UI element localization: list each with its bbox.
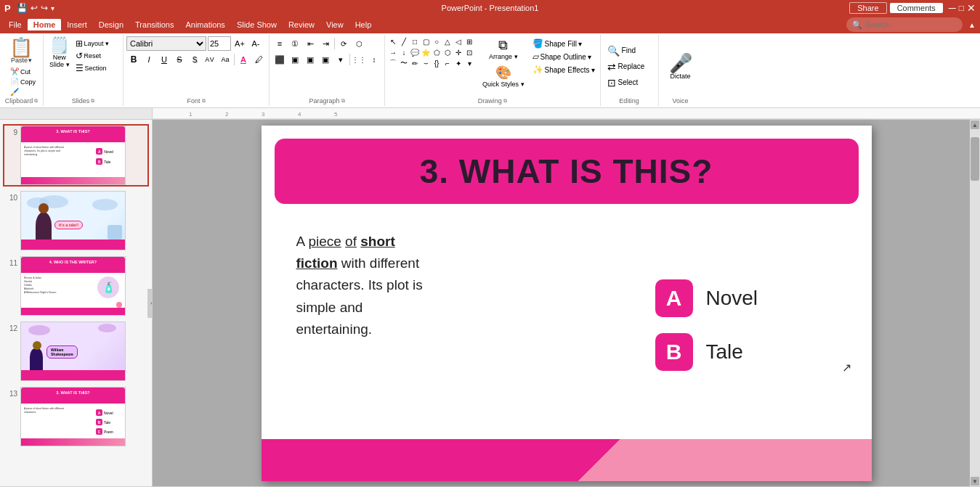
shape-arc[interactable]: ⌒ xyxy=(388,58,398,68)
panel-collapse-handle[interactable]: ‹ xyxy=(147,289,153,318)
reset-button[interactable]: ↺Reset xyxy=(74,50,111,62)
copy-button[interactable]: 📄Copy xyxy=(9,77,37,86)
shape-arrow-d[interactable]: ↓ xyxy=(399,47,409,57)
line-spacing-btn[interactable]: ↕ xyxy=(367,52,381,67)
dictate-button[interactable]: 🎤 Dictate xyxy=(666,52,695,81)
qat-undo-btn[interactable]: ↩ xyxy=(31,3,38,13)
justify-btn[interactable]: ▣ xyxy=(318,52,333,67)
bold-btn[interactable]: B xyxy=(126,52,141,67)
shape-bracket[interactable]: {} xyxy=(432,58,442,68)
char-spacing-btn[interactable]: AV xyxy=(203,52,217,67)
menu-animations[interactable]: Animations xyxy=(179,19,230,30)
underline-btn[interactable]: U xyxy=(157,52,171,67)
ribbon-collapse-btn[interactable]: ▲ xyxy=(967,20,977,30)
format-painter-button[interactable]: 🖌️ xyxy=(9,87,37,97)
qat-more-btn[interactable]: ▾ xyxy=(51,4,54,12)
shape-custom[interactable]: ✦ xyxy=(453,58,463,68)
minimize-btn[interactable]: ─ xyxy=(949,2,956,14)
close-btn[interactable]: ✕ xyxy=(967,2,976,14)
slide-canvas[interactable]: 3. WHAT IS THIS? A piece of shortfiction… xyxy=(262,126,872,481)
align-left-btn[interactable]: ⬛ xyxy=(272,52,287,67)
layout-button[interactable]: ⊞Layout ▾ xyxy=(74,38,111,49)
slide-item-10[interactable]: 10 It's a tale!! xyxy=(3,189,149,252)
menu-file[interactable]: File xyxy=(3,19,28,30)
cursor-icon[interactable]: ↖ xyxy=(388,36,398,46)
bullets-btn[interactable]: ≡ xyxy=(272,36,287,51)
menu-design[interactable]: Design xyxy=(93,19,129,30)
menu-insert[interactable]: Insert xyxy=(61,19,93,30)
menu-transitions[interactable]: Transitions xyxy=(129,19,179,30)
align-right-btn[interactable]: ▣ xyxy=(303,52,317,67)
text-highlight-btn[interactable]: 🖊 xyxy=(251,52,266,67)
slide-item-12[interactable]: 12 WilliamShakespeare xyxy=(3,320,149,382)
shape-arrow-r[interactable]: → xyxy=(388,47,398,57)
align-text-btn[interactable]: ▾ xyxy=(333,52,348,67)
qat-redo-btn[interactable]: ↪ xyxy=(41,3,48,13)
text-case-btn[interactable]: Aa xyxy=(218,52,232,67)
slide-item-9[interactable]: 9 3. WHAT IS THIS? A piece of short fict… xyxy=(3,124,149,187)
arrange-button[interactable]: ⧉ Arrange ▾ xyxy=(481,36,526,62)
shape-brace[interactable]: ⌐ xyxy=(442,58,453,68)
slide-option-a[interactable]: A Novel xyxy=(655,279,844,317)
strikethrough-btn[interactable]: S xyxy=(172,52,187,67)
shape-oval[interactable]: ○ xyxy=(432,36,442,46)
shape-pentagon[interactable]: ⬠ xyxy=(432,47,442,57)
line-tool[interactable]: ╱ xyxy=(399,36,409,46)
text-direction-btn[interactable]: ⟳ xyxy=(336,36,351,51)
menu-review[interactable]: Review xyxy=(283,19,320,30)
select-button[interactable]: ⊡ Select xyxy=(605,75,654,90)
menu-slideshow[interactable]: Slide Show xyxy=(231,19,283,30)
numbering-btn[interactable]: ① xyxy=(288,36,302,51)
columns-btn[interactable]: ⋮⋮ xyxy=(352,52,366,67)
shape-hexagon[interactable]: ⬡ xyxy=(442,47,453,57)
paste-button[interactable]: 📋 Paste ▾ xyxy=(7,36,36,65)
replace-button[interactable]: ⇄ Replace xyxy=(605,60,654,74)
cut-button[interactable]: ✂️Cut xyxy=(9,67,37,76)
v-scrollbar-thumb[interactable] xyxy=(971,137,979,181)
menu-help[interactable]: Help xyxy=(349,19,378,30)
italic-btn[interactable]: I xyxy=(142,52,156,67)
shape-more2[interactable]: ⊡ xyxy=(464,47,474,57)
shape-callout[interactable]: 💬 xyxy=(410,47,420,57)
increase-indent-btn[interactable]: ⇥ xyxy=(318,36,333,51)
text-shadow-btn[interactable]: S xyxy=(187,52,202,67)
increase-font-btn[interactable]: A+ xyxy=(232,36,247,51)
shape-star[interactable]: ⭐ xyxy=(421,47,431,57)
font-color-btn[interactable]: A xyxy=(236,52,251,67)
qat-save-btn[interactable]: 💾 xyxy=(17,3,28,13)
comments-button[interactable]: Comments xyxy=(890,3,943,13)
menu-view[interactable]: View xyxy=(320,19,349,30)
font-size-input[interactable] xyxy=(208,36,231,51)
menu-home[interactable]: Home xyxy=(28,19,62,30)
shape-rect[interactable]: □ xyxy=(410,36,420,46)
search-input[interactable] xyxy=(865,20,952,29)
font-name-select[interactable]: Calibri Arial xyxy=(126,36,206,51)
quick-styles-button[interactable]: 🎨 Quick Styles ▾ xyxy=(481,63,526,89)
shape-effects-button[interactable]: ✨ Shape Effects ▾ xyxy=(530,64,597,75)
shape-rtriangle[interactable]: ◁ xyxy=(453,36,463,46)
shape-freeform[interactable]: ✏ xyxy=(410,58,420,68)
search-box[interactable]: 🔍 xyxy=(846,17,963,32)
slide-option-b[interactable]: B Tale ↗ xyxy=(655,333,844,371)
convert-smartart-btn[interactable]: ⬡ xyxy=(352,36,366,51)
shape-rounded-rect[interactable]: ▢ xyxy=(421,36,431,46)
shape-outline-button[interactable]: ▱ Shape Outline ▾ xyxy=(530,51,597,62)
share-button[interactable]: Share xyxy=(849,2,886,14)
shape-more[interactable]: ⊞ xyxy=(464,36,474,46)
new-slide-button[interactable]: 🗒️ NewSlide ▾ xyxy=(46,36,73,70)
shape-cross[interactable]: ✛ xyxy=(453,47,463,57)
find-button[interactable]: 🔍 Find xyxy=(605,44,654,58)
decrease-font-btn[interactable]: A- xyxy=(248,36,263,51)
shape-triangle[interactable]: △ xyxy=(442,36,453,46)
decrease-indent-btn[interactable]: ⇤ xyxy=(303,36,317,51)
section-button[interactable]: ☰Section xyxy=(74,62,111,74)
shape-wave[interactable]: 〜 xyxy=(399,58,409,68)
slide-item-13[interactable]: 13 3. WHAT IS THIS? A piece of short fic… xyxy=(3,385,149,448)
align-center-btn[interactable]: ▣ xyxy=(288,52,302,67)
shape-fill-button[interactable]: 🪣 Shape Fill ▾ xyxy=(530,38,597,49)
slide-text-block[interactable]: A piece of shortfiction with differentch… xyxy=(275,216,641,356)
canvas-scrollbar[interactable]: ▲ ▼ xyxy=(970,120,980,486)
shape-curve[interactable]: ⌣ xyxy=(421,58,431,68)
slide-item-11[interactable]: 11 4. WHO IS THE WRITER? Romeo & Juliet … xyxy=(3,255,149,317)
maximize-btn[interactable]: □ xyxy=(959,3,964,13)
